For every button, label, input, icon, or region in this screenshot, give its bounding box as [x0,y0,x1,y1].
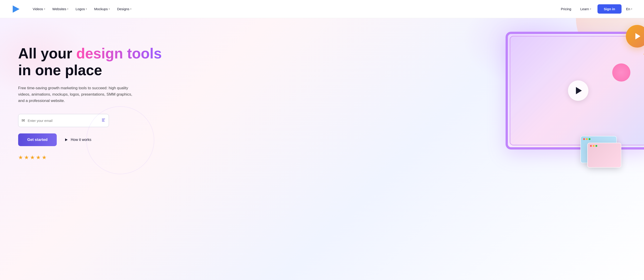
circle-decoration [86,106,154,174]
email-icon: ✉ [22,118,25,123]
chevron-down-icon: ▾ [631,8,632,10]
hero-left: All your design tools in one place Free … [18,18,362,161]
star-3: ★ [30,154,35,161]
hero-title: All your design tools in one place [18,45,353,79]
red-dot [583,138,585,140]
nav-left: Videos ▾ Websites ▾ Logos ▾ Mockups ▾ De… [30,5,558,13]
chevron-down-icon: ▾ [130,8,132,10]
logo[interactable] [11,4,21,14]
nav-right: Pricing Learn ▾ Sign in En ▾ [558,4,633,13]
nav-videos[interactable]: Videos ▾ [30,5,48,13]
play-arrow-icon [576,87,582,94]
green-dot [589,138,590,140]
sign-in-button[interactable]: Sign in [598,4,622,13]
nav-learn[interactable]: Learn ▾ [578,5,594,13]
nav-pricing[interactable]: Pricing [558,5,574,13]
email-input[interactable] [28,119,100,123]
star-4: ★ [36,154,41,161]
nav-websites[interactable]: Websites ▾ [50,5,71,13]
pink-blob-decoration [612,63,630,82]
browser-windows-decoration [580,132,626,168]
chevron-down-icon: ▾ [86,8,87,10]
nav-mockups[interactable]: Mockups ▾ [92,5,112,13]
tablet-play-button[interactable] [568,80,588,101]
browser-window-2 [587,143,621,168]
star-2: ★ [24,154,29,161]
get-started-button[interactable]: Get started [18,134,57,146]
yellow-dot [586,138,588,140]
svg-marker-4 [65,139,68,141]
browser-dots [581,136,616,141]
hero-title-gradient: design tools [76,45,162,62]
chevron-down-icon: ▾ [44,8,45,10]
navbar: Videos ▾ Websites ▾ Logos ▾ Mockups ▾ De… [0,0,644,18]
nav-designs[interactable]: Designs ▾ [114,5,134,13]
nav-language[interactable]: En ▾ [625,5,633,13]
chevron-down-icon: ▾ [67,8,68,10]
hero-section: All your design tools in one place Free … [0,18,644,280]
chevron-down-icon: ▾ [590,8,591,10]
yellow-dot-2 [593,145,594,147]
hero-subtitle: Free time-saving growth marketing tools … [18,85,136,104]
nav-logos[interactable]: Logos ▾ [73,5,90,13]
hero-actions: Get started How it works [18,134,353,146]
play-arrow-icon [636,33,640,39]
star-rating: ★ ★ ★ ★ ★ [18,154,353,161]
star-1: ★ [18,154,23,161]
chevron-down-icon: ▾ [109,8,110,10]
hero-right: ⚡ [362,18,644,172]
red-dot-2 [590,145,592,147]
svg-marker-0 [13,5,20,13]
browser-dots-2 [588,143,621,148]
play-icon [64,138,68,142]
green-dot-2 [596,145,597,147]
star-5: ★ [42,154,47,161]
